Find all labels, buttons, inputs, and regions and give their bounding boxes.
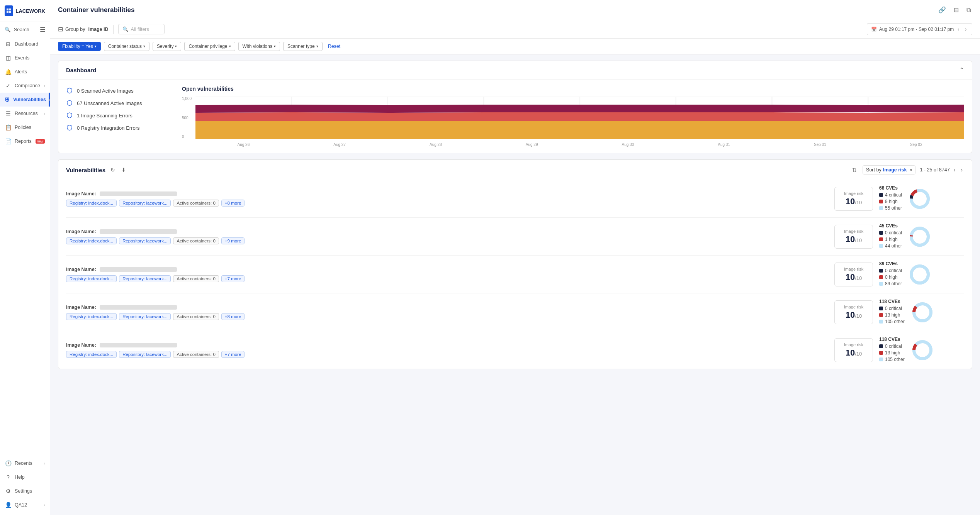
cve-other-line: 105 other: [879, 319, 905, 324]
active-containers-tag: Active containers: 0: [173, 237, 219, 244]
download-icon-btn[interactable]: ⬇: [120, 166, 127, 174]
cve-total: 118 CVEs: [879, 337, 905, 342]
filter-chip-with_violations[interactable]: With violations ▾: [238, 42, 280, 51]
chip-caret: ▾: [143, 44, 145, 48]
repository-tag[interactable]: Repository: lacework...: [119, 200, 171, 207]
repository-tag[interactable]: Repository: lacework...: [119, 351, 171, 358]
page-next-btn[interactable]: ›: [959, 166, 964, 174]
cve-critical-line: 0 critical: [879, 344, 905, 349]
vulnerability-row[interactable]: Image Name: Registry: index.dock... Repo…: [66, 331, 964, 369]
cve-critical-line: 0 critical: [879, 268, 902, 273]
sidebar-item-resources[interactable]: ☰ Resources ›: [0, 107, 50, 120]
more-tags-btn[interactable]: +9 more: [221, 237, 245, 244]
other-dot: [879, 244, 883, 248]
cve-critical-line: 4 critical: [879, 192, 902, 198]
chart-area: [195, 97, 964, 139]
cve-high-line: 1 high: [879, 237, 902, 242]
sidebar-item-policies[interactable]: 📋 Policies: [0, 120, 50, 134]
registry-tag[interactable]: Registry: index.dock...: [66, 237, 117, 244]
repository-tag[interactable]: Repository: lacework...: [119, 313, 171, 320]
sidebar-item-alerts[interactable]: 🔔 Alerts: [0, 65, 50, 79]
high-dot: [879, 200, 883, 203]
cve-critical-count: 0 critical: [885, 268, 902, 273]
more-tags-btn[interactable]: +7 more: [221, 351, 245, 358]
vulnerability-row[interactable]: Image Name: Registry: index.dock... Repo…: [66, 293, 964, 331]
vulnerability-row[interactable]: Image Name: Registry: index.dock... Repo…: [66, 218, 964, 256]
chip-label: Severity: [157, 44, 173, 49]
shield-icon: [66, 100, 73, 107]
sort-select[interactable]: Sort by Image risk ▾: [863, 165, 915, 174]
sort-by-label: Sort by: [866, 167, 881, 173]
more-tags-btn[interactable]: +8 more: [221, 200, 245, 207]
chip-caret: ▾: [274, 44, 276, 48]
layers-icon-btn[interactable]: ⊟: [952, 5, 960, 15]
more-tags-btn[interactable]: +7 more: [221, 275, 245, 282]
sidebar-item-events[interactable]: ◫ Events: [0, 51, 50, 65]
date-range-picker[interactable]: 📅 Aug 29 01:17 pm - Sep 02 01:17 pm ‹ ›: [867, 23, 972, 35]
filter-chip-severity[interactable]: Severity ▾: [153, 42, 181, 51]
logo[interactable]: LACEWORK: [0, 0, 50, 22]
registry-tag[interactable]: Registry: index.dock...: [66, 275, 117, 282]
sidebar-item-label: Vulnerabilities: [13, 97, 46, 102]
stat-item: 67 Unscanned Active Images: [66, 100, 166, 107]
sidebar-item-qa12[interactable]: 👤 QA12 ›: [0, 498, 50, 512]
sidebar-item-dashboard[interactable]: ⊟ Dashboard: [0, 37, 50, 51]
sidebar-item-recents[interactable]: 🕐 Recents ›: [0, 456, 50, 470]
sidebar-item-help[interactable]: ? Help: [0, 470, 50, 484]
page-prev-btn[interactable]: ‹: [952, 166, 957, 174]
image-risk-score: Image risk 10/10: [834, 225, 873, 249]
vulnerability-row[interactable]: Image Name: Registry: index.dock... Repo…: [66, 256, 964, 293]
link-icon-btn[interactable]: 🔗: [937, 5, 948, 15]
group-by-value: Image ID: [88, 27, 108, 32]
sidebar-item-label: Events: [15, 55, 29, 61]
sort-icon-btn[interactable]: ⇅: [851, 166, 858, 174]
repository-tag[interactable]: Repository: lacework...: [119, 275, 171, 282]
filter-search-btn[interactable]: 🔍 All filters: [118, 24, 165, 34]
dashboard-collapse-btn[interactable]: ⌃: [959, 66, 964, 74]
vuln-tags: Registry: index.dock... Repository: lace…: [66, 200, 828, 207]
sidebar-item-compliance[interactable]: ✓ Compliance ›: [0, 79, 50, 93]
stat-text: 0 Registry Integration Errors: [77, 125, 140, 131]
more-tags-btn[interactable]: +8 more: [221, 313, 245, 320]
cve-high-line: 0 high: [879, 274, 902, 280]
other-dot: [879, 357, 883, 361]
registry-tag[interactable]: Registry: index.dock...: [66, 200, 117, 207]
vulnerabilities-icon: ⛨: [5, 97, 10, 103]
refresh-icon-btn[interactable]: ↻: [109, 166, 116, 174]
chip-label: Container status: [108, 44, 142, 49]
filter-chip-fixability[interactable]: Fixability = Yes ▾: [58, 42, 101, 51]
sidebar-item-reports[interactable]: 📄 Reports new: [0, 134, 50, 148]
registry-tag[interactable]: Registry: index.dock...: [66, 351, 117, 358]
dashboard-panels: 0 Scanned Active Images 67 Unscanned Act…: [58, 80, 972, 153]
sidebar-search[interactable]: 🔍 Search ☰: [0, 22, 50, 37]
date-range-label: Aug 29 01:17 pm - Sep 02 01:17 pm: [879, 27, 954, 32]
cve-other-line: 55 other: [879, 205, 902, 211]
image-name-redacted: [100, 191, 177, 196]
pagination-label: 1 - 25 of 8747: [920, 167, 950, 173]
svg-marker-11: [195, 112, 964, 121]
other-dot: [879, 206, 883, 210]
reset-filter-button[interactable]: Reset: [328, 44, 341, 49]
sidebar-item-settings[interactable]: ⚙ Settings: [0, 484, 50, 498]
filter-chip-container_privilege[interactable]: Container privilege ▾: [184, 42, 235, 51]
sidebar-item-vulnerabilities[interactable]: ⛨ Vulnerabilities ›: [0, 93, 50, 107]
hamburger-icon[interactable]: ☰: [40, 26, 45, 33]
repository-tag[interactable]: Repository: lacework...: [119, 237, 171, 244]
dashboard-section: Dashboard ⌃ 0 Scanned Active Images 67 U…: [58, 61, 972, 153]
vuln-tags: Registry: index.dock... Repository: lace…: [66, 351, 828, 358]
vulnerability-row[interactable]: Image Name: Registry: index.dock... Repo…: [66, 180, 964, 218]
risk-value: 10/10: [846, 310, 862, 320]
shield-icon: [66, 112, 73, 119]
date-prev-btn[interactable]: ‹: [956, 25, 961, 33]
active-containers-tag: Active containers: 0: [173, 351, 219, 358]
filter-chip-container_status[interactable]: Container status ▾: [104, 42, 149, 51]
cve-critical-count: 0 critical: [885, 344, 902, 349]
topbar-actions: 🔗 ⊟ ⧉: [937, 5, 972, 15]
window-icon-btn[interactable]: ⧉: [965, 5, 972, 15]
filter-chip-scanner_type[interactable]: Scanner type ▾: [283, 42, 323, 51]
filter-search-placeholder: All filters: [131, 27, 149, 32]
date-next-btn[interactable]: ›: [963, 25, 968, 33]
sidebar-bottom-items: 🕐 Recents › ? Help ⚙ Settings 👤 QA12 ›: [0, 456, 50, 512]
registry-tag[interactable]: Registry: index.dock...: [66, 313, 117, 320]
group-by-button[interactable]: ⊟ Group by Image ID: [58, 24, 109, 34]
